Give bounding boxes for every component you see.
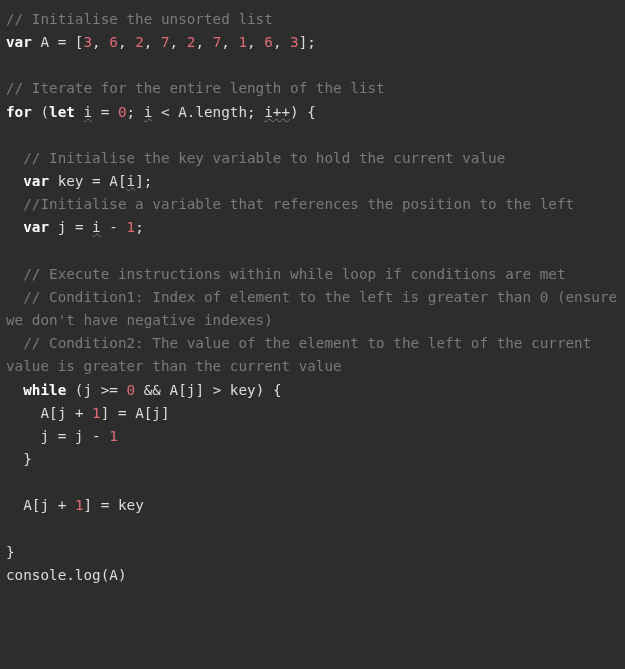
code-token: while	[23, 382, 66, 398]
code-token: ;	[135, 219, 144, 235]
code-token: }	[6, 544, 15, 560]
code-token	[109, 104, 118, 120]
code-token: ]	[83, 497, 100, 513]
code-token: 6	[109, 34, 118, 50]
code-token: // Execute instructions within while loo…	[23, 266, 565, 282]
code-token: ]	[101, 405, 118, 421]
code-token: // Condition1: Index of element to the l…	[6, 289, 625, 328]
code-token	[6, 266, 23, 282]
code-token: ,	[221, 34, 238, 50]
code-token: // Condition2: The value of the element …	[6, 335, 600, 374]
code-token: j	[49, 219, 75, 235]
code-token: =	[58, 34, 67, 50]
code-token	[135, 382, 144, 398]
code-token: key	[109, 497, 143, 513]
code-token: ];	[299, 34, 316, 50]
code-token: }	[6, 451, 32, 467]
code-token: >	[213, 382, 222, 398]
code-token: j	[6, 428, 58, 444]
code-token	[6, 219, 23, 235]
code-token: =	[92, 173, 101, 189]
code-token	[92, 104, 101, 120]
code-token: -	[109, 219, 118, 235]
code-token: <	[161, 104, 170, 120]
code-token: A[j]	[127, 405, 170, 421]
code-token: console.log(A)	[6, 567, 127, 583]
code-token: // Initialise the key variable to hold t…	[23, 150, 505, 166]
code-token: ,	[144, 34, 161, 50]
code-token	[66, 497, 75, 513]
code-token: -	[92, 428, 101, 444]
code-token: key	[49, 173, 92, 189]
code-token: 1	[238, 34, 247, 50]
code-token: ,	[92, 34, 109, 50]
code-token: 2	[135, 34, 144, 50]
code-token: 0	[127, 382, 136, 398]
code-token: 1	[109, 428, 118, 444]
code-token: ];	[135, 173, 152, 189]
code-token: i++	[264, 104, 290, 120]
code-token: 7	[161, 34, 170, 50]
code-token: for	[6, 104, 32, 120]
code-token: ,	[247, 34, 264, 50]
code-token	[6, 173, 23, 189]
code-token: A[j	[6, 497, 58, 513]
code-token: // Initialise the unsorted list	[6, 11, 273, 27]
code-token	[118, 219, 127, 235]
code-block: // Initialise the unsorted list var A = …	[0, 0, 625, 595]
code-token: 0	[118, 104, 127, 120]
code-token: ) {	[290, 104, 316, 120]
code-token: j	[66, 428, 92, 444]
code-token: 6	[264, 34, 273, 50]
code-token: i	[127, 173, 136, 189]
code-token: 1	[92, 405, 101, 421]
code-token: let	[49, 104, 75, 120]
code-token	[6, 150, 23, 166]
code-token: ;	[127, 104, 144, 120]
code-token: =	[58, 428, 67, 444]
code-token: A[	[101, 173, 127, 189]
code-token: var	[23, 219, 49, 235]
code-token	[83, 405, 92, 421]
code-token: i	[83, 104, 92, 120]
code-token: (j	[66, 382, 100, 398]
code-token: i	[92, 219, 101, 235]
code-token: A[j]	[161, 382, 213, 398]
code-token: =	[118, 405, 127, 421]
code-token	[6, 382, 23, 398]
code-token	[83, 219, 92, 235]
code-token: // Iterate for the entire length of the …	[6, 80, 385, 96]
code-token: A[j	[6, 405, 75, 421]
code-token	[6, 289, 23, 305]
code-token: A	[32, 34, 58, 50]
code-token: 3	[290, 34, 299, 50]
code-token	[152, 104, 161, 120]
code-token: ,	[170, 34, 187, 50]
code-token: 1	[127, 219, 136, 235]
code-token: key) {	[221, 382, 281, 398]
code-token: >=	[101, 382, 118, 398]
code-token: 3	[83, 34, 92, 50]
code-token: +	[58, 497, 67, 513]
code-token: A.length;	[170, 104, 265, 120]
code-token: &&	[144, 382, 161, 398]
code-token: 7	[213, 34, 222, 50]
code-token: ,	[195, 34, 212, 50]
code-token: ,	[273, 34, 290, 50]
code-token: var	[6, 34, 32, 50]
code-content: // Initialise the unsorted list var A = …	[6, 11, 625, 583]
code-token	[6, 196, 23, 212]
code-token: //Initialise a variable that references …	[23, 196, 574, 212]
code-token: (	[32, 104, 49, 120]
code-token: [	[66, 34, 83, 50]
code-token	[6, 335, 23, 351]
code-token: var	[23, 173, 49, 189]
code-token	[118, 382, 127, 398]
code-token: ,	[118, 34, 135, 50]
